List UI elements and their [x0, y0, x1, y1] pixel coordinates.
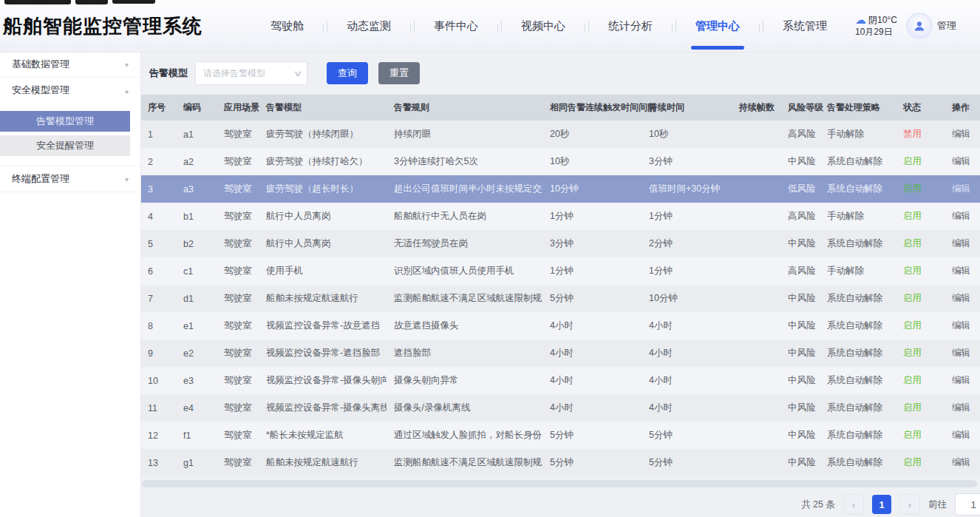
- cell-scene: 驾驶室: [217, 339, 259, 367]
- sidebar-group-safety-model[interactable]: 安全模型管理 ▴: [0, 78, 140, 103]
- nav-item-video-center[interactable]: 视频中心: [502, 0, 585, 52]
- cell-model: 航行中人员离岗: [259, 203, 387, 230]
- avatar[interactable]: [906, 13, 933, 39]
- edit-link[interactable]: 编辑: [945, 121, 980, 148]
- cell-duration: 4小时: [642, 367, 732, 394]
- table-row[interactable]: 8 e1 驾驶室 视频监控设备异常-故意遮挡 故意遮挡摄像头 4小时 4小时 中…: [140, 312, 980, 339]
- cell-frames: [732, 285, 780, 312]
- cell-rule: 摄像头/录像机离线: [387, 394, 542, 422]
- cell-frames: [732, 394, 780, 422]
- next-page-button[interactable]: ›: [899, 494, 920, 515]
- table-row[interactable]: 10 e3 驾驶室 视频监控设备异常-摄像头朝向异常 摄像头朝向异常 4小时 4…: [140, 367, 980, 394]
- cell-scene: 驾驶室: [217, 285, 259, 312]
- edit-link[interactable]: 编辑: [945, 285, 980, 312]
- cell-model: *船长未按规定监航: [259, 422, 387, 449]
- edit-link[interactable]: 编辑: [945, 394, 980, 422]
- sidebar-item-alarm-model-management[interactable]: 告警模型管理: [0, 111, 130, 132]
- edit-link[interactable]: 编辑: [945, 339, 980, 367]
- edit-link[interactable]: 编辑: [945, 367, 980, 394]
- table-row[interactable]: 1 a1 驾驶室 疲劳驾驶（持续闭眼） 持续闭眼 20秒 10秒 高风险 手动解…: [140, 121, 980, 148]
- cell-code: d1: [176, 285, 217, 312]
- table-row[interactable]: 2 a2 驾驶室 疲劳驾驶（持续打哈欠） 3分钟连续打哈欠5次 10秒 3分钟 …: [140, 148, 980, 175]
- cell-code: g1: [176, 449, 217, 476]
- cell-interval: 5分钟: [542, 422, 642, 449]
- reset-button[interactable]: 重置: [378, 62, 420, 84]
- nav-item-cockpit[interactable]: 驾驶舱: [251, 0, 323, 52]
- cell-model: 疲劳驾驶（持续闭眼）: [259, 121, 387, 148]
- sidebar-group-terminal-config[interactable]: 终端配置管理 ▾: [0, 166, 140, 192]
- page-number-1[interactable]: 1: [872, 495, 891, 514]
- edit-link[interactable]: 编辑: [945, 449, 980, 476]
- status-badge: 启用: [896, 148, 945, 175]
- search-button[interactable]: 查询: [327, 62, 368, 84]
- nav-item-dynamic-monitoring[interactable]: 动态监测: [327, 0, 410, 52]
- nav-item-event-center[interactable]: 事件中心: [415, 0, 497, 52]
- cell-rule: 遮挡脸部: [387, 339, 542, 367]
- cell-duration: 1分钟: [642, 203, 732, 230]
- cell-risk: 高风险: [780, 121, 820, 148]
- user-menu[interactable]: 管理: [906, 13, 956, 39]
- table-row[interactable]: 9 e2 驾驶室 视频监控设备异常-遮挡脸部 遮挡脸部 4小时 4小时 中风险 …: [140, 339, 980, 367]
- cell-duration: 4小时: [642, 339, 732, 367]
- table-row[interactable]: 11 e4 驾驶室 视频监控设备异常-摄像头离线 摄像头/录像机离线 4小时 4…: [140, 394, 980, 422]
- sidebar-group-basic-data[interactable]: 基础数据管理 ▾: [0, 52, 140, 78]
- cell-interval: 5分钟: [542, 285, 642, 312]
- table-row[interactable]: 5 b2 驾驶室 航行中人员离岗 无适任驾驶员在岗 3分钟 2分钟 中风险 系统…: [140, 230, 980, 257]
- column-header: 序号: [140, 95, 176, 121]
- cell-code: c1: [176, 257, 217, 285]
- nav-item-system-management[interactable]: 系统管理: [763, 0, 846, 52]
- cell-interval: 1分钟: [542, 257, 642, 285]
- main-content: 告警模型 请选择告警模型 ∨ 查询 重置 序号编码应用场景告警模型告警规则相同告…: [140, 52, 980, 517]
- cell-code: e2: [176, 339, 217, 367]
- cell-interval: 4小时: [542, 339, 642, 367]
- goto-page-input[interactable]: [955, 493, 980, 516]
- cell-frames: [732, 175, 780, 203]
- column-header: 持续时间: [642, 95, 732, 121]
- cell-seq: 13: [140, 449, 176, 476]
- cell-frames: [732, 422, 780, 449]
- cell-seq: 5: [140, 230, 176, 257]
- cell-code: a1: [176, 121, 217, 148]
- sidebar: 基础数据管理 ▾ 安全模型管理 ▴ 告警模型管理 安全提醒管理 终端配置管理 ▾: [0, 52, 141, 517]
- edit-link[interactable]: 编辑: [945, 312, 980, 339]
- nav-item-statistics[interactable]: 统计分析: [589, 0, 672, 52]
- cell-seq: 10: [140, 367, 176, 394]
- cell-code: b2: [176, 230, 217, 257]
- cell-frames: [732, 230, 780, 257]
- horizontal-scrollbar[interactable]: [142, 480, 977, 487]
- cell-rule: 超出公司值班时间半小时未按规定交接: [387, 175, 542, 203]
- status-badge: 启用: [896, 257, 945, 285]
- cell-risk: 中风险: [780, 312, 820, 339]
- cell-seq: 6: [140, 257, 176, 285]
- cell-strategy: 手动解除: [820, 203, 896, 230]
- sidebar-item-safety-reminder-management[interactable]: 安全提醒管理: [0, 135, 130, 156]
- table-header-row: 序号编码应用场景告警模型告警规则相同告警连续触发时间间隔持续时间持续帧数风险等级…: [140, 95, 980, 121]
- cell-interval: 1分钟: [542, 203, 642, 230]
- cell-model: 船舶未按规定航速航行: [259, 285, 387, 312]
- table-row[interactable]: 12 f1 驾驶室 *船长未按规定监航 通过区域触发人脸抓拍，对船长身份... …: [140, 422, 980, 449]
- cell-interval: 4小时: [542, 367, 642, 394]
- cell-interval: 4小时: [542, 394, 642, 422]
- table-row[interactable]: 7 d1 驾驶室 船舶未按规定航速航行 监测船舶航速不满足区域航速限制规定 5分…: [140, 285, 980, 312]
- edit-link[interactable]: 编辑: [945, 257, 980, 285]
- edit-link[interactable]: 编辑: [945, 230, 980, 257]
- cell-model: 疲劳驾驶（持续打哈欠）: [259, 148, 387, 175]
- table-row[interactable]: 6 c1 驾驶室 使用手机 识别区域内值班人员使用手机 1分钟 1分钟 高风险 …: [140, 257, 980, 285]
- edit-link[interactable]: 编辑: [945, 422, 980, 449]
- cell-model: 视频监控设备异常-摄像头离线: [259, 394, 387, 422]
- cell-strategy: 系统自动解除: [820, 422, 896, 449]
- prev-page-button[interactable]: ‹: [843, 494, 864, 515]
- alarm-model-select[interactable]: 请选择告警模型 ∨: [195, 61, 307, 85]
- table-row[interactable]: 13 g1 驾驶室 船舶未按规定航速航行 监测船舶航速不满足区域航速限制规定 5…: [140, 449, 980, 476]
- edit-link[interactable]: 编辑: [945, 203, 980, 230]
- table-row[interactable]: 3 a3 驾驶室 疲劳驾驶（超长时长） 超出公司值班时间半小时未按规定交接 10…: [140, 175, 980, 203]
- pagination-total: 共 25 条: [801, 499, 835, 511]
- cell-strategy: 手动解除: [820, 257, 896, 285]
- table-row[interactable]: 4 b1 驾驶室 航行中人员离岗 船舶航行中无人员在岗 1分钟 1分钟 高风险 …: [140, 203, 980, 230]
- cell-interval: 20秒: [542, 121, 642, 148]
- edit-link[interactable]: 编辑: [945, 175, 980, 203]
- main-nav: 驾驶舱 动态监测 事件中心 视频中心 统计分析 管理中心 系统管理: [251, 0, 846, 52]
- edit-link[interactable]: 编辑: [945, 148, 980, 175]
- nav-item-management-center[interactable]: 管理中心: [676, 0, 759, 52]
- cell-seq: 3: [140, 175, 176, 203]
